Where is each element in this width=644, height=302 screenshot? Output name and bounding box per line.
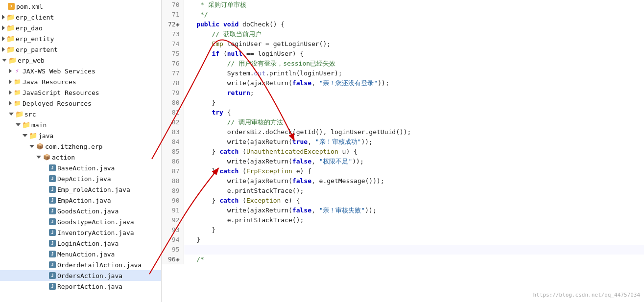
line-number: 96◈ [162,255,184,264]
line-number: 75 [162,49,184,59]
line-number: 84 [162,137,184,147]
tree-item-erp_dao[interactable]: 📁erp_dao [0,23,161,33]
line-number: 88 [162,176,184,186]
tree-label: erp_web [18,57,45,64]
chevron-right-icon [9,90,12,95]
java-icon: J [49,272,56,279]
java-icon: J [49,186,56,193]
tree-label: erp_dao [16,24,43,32]
folder-icon: 📁 [29,132,37,139]
line-number: 85 [162,147,184,157]
line-content [184,245,644,255]
tree-item-js_res[interactable]: 📁JavaScript Resources [0,87,161,98]
tree-label: action [52,154,75,161]
tree-item-jax_ws[interactable]: ⚡JAX-WS Web Services [0,66,161,76]
tree-label: ReportAction.java [57,283,122,290]
tree-item-erp_partent[interactable]: 📁erp_partent [0,44,161,55]
folder-icon: 📁 [6,46,14,53]
tree-item-Emp_roleAction[interactable]: JEmp_roleAction.java [0,184,161,195]
line-content: write(ajaxReturn(false, e.getMessage()))… [184,176,644,186]
table-row: 72◈ public void doCheck() { [162,20,644,29]
line-content: } [184,225,644,235]
xml-icon: X [8,3,15,10]
file-tree[interactable]: Xpom.xml📁erp_client📁erp_dao📁erp_entity📁e… [0,0,162,302]
tree-item-com_itzheng_erp[interactable]: 📦com.itzheng.erp [0,141,161,152]
table-row: 75 if (null == loginUser) { [162,49,644,59]
tree-item-ReportAction[interactable]: JReportAction.java [0,281,161,292]
table-row: 71 */ [162,10,644,20]
tree-item-java[interactable]: 📁java [0,130,161,141]
chevron-down-icon [9,113,14,116]
line-content: write(ajaxReturn(false, "权限不足")); [184,157,644,166]
table-row: 91 write(ajaxReturn(false, "亲！审核失败")); [162,206,644,215]
ws-icon: ⚡ [13,67,21,75]
tree-label: erp_entity [16,35,54,43]
table-row: 79 return; [162,88,644,98]
table-row: 90 } catch (Exception e) { [162,196,644,206]
tree-item-OrdersAction[interactable]: JOrdersAction.java [0,270,161,281]
tree-item-EmpAction[interactable]: JEmpAction.java [0,195,161,206]
tree-label: Emp_roleAction.java [57,186,130,193]
line-number: 89 [162,186,184,196]
tree-item-MenuAction[interactable]: JMenuAction.java [0,249,161,259]
tree-item-GoodstypeAction[interactable]: JGoodstypeAction.java [0,216,161,227]
line-number: 86 [162,157,184,166]
line-number: 79 [162,88,184,98]
line-content: Emp loginUser = getLoginUser(); [184,39,644,49]
tree-label: erp_client [16,14,54,21]
line-number: 78 [162,78,184,88]
tree-label: src [24,111,36,118]
line-content: // 获取当前用户 [184,29,644,39]
tree-item-DepAction[interactable]: JDepAction.java [0,173,161,184]
tree-label: main [31,121,47,129]
java-icon: J [49,218,56,225]
tree-label: Deployed Resources [23,100,92,107]
java-icon: J [49,164,56,171]
chevron-right-icon [9,69,12,73]
tree-item-java_res[interactable]: 📁Java Resources [0,76,161,87]
line-content: e.printStackTrace(); [184,215,644,225]
tree-label: GoodsAction.java [57,208,119,215]
tree-item-erp_web[interactable]: 📁erp_web [0,55,161,66]
table-row: 85 } catch (UnauthenticatedException u) … [162,147,644,157]
tree-item-BaseAction[interactable]: JBaseAction.java [0,163,161,173]
tree-item-erp_client[interactable]: 📁erp_client [0,12,161,23]
line-number: 74 [162,39,184,49]
tree-item-InventoryAction[interactable]: JInventoryAction.java [0,227,161,238]
tree-label: java [38,132,53,139]
line-number: 95 [162,245,184,255]
chevron-down-icon [36,156,41,159]
table-row: 89 e.printStackTrace(); [162,186,644,196]
tree-item-main[interactable]: 📁main [0,119,161,130]
table-row: 74 Emp loginUser = getLoginUser(); [162,39,644,49]
line-content: } [184,98,644,108]
folder-icon: 📁 [6,13,14,21]
line-content: System.out.println(loginUser); [184,69,644,78]
tree-item-src[interactable]: 📁src [0,109,161,119]
line-content: if (null == loginUser) { [184,49,644,59]
folder-icon: 📁 [8,56,16,64]
java-icon: J [49,208,56,214]
table-row: 92 e.printStackTrace(); [162,215,644,225]
tree-item-deployed_res[interactable]: 📁Deployed Resources [0,98,161,109]
table-row: 73 // 获取当前用户 [162,29,644,39]
tree-item-GoodsAction[interactable]: JGoodsAction.java [0,206,161,216]
line-number: 71 [162,10,184,20]
tree-item-erp_entity[interactable]: 📁erp_entity [0,33,161,44]
folder-icon: 📁 [22,121,30,129]
tree-label: EmpAction.java [57,197,111,204]
line-number: 81 [162,108,184,117]
table-row: 93 } [162,225,644,235]
table-row: 76 // 用户没有登录，session已经失效 [162,59,644,69]
java-icon: J [49,240,56,247]
line-number: 80 [162,98,184,108]
line-content: } catch (UnauthenticatedException u) { [184,147,644,157]
line-number: 72◈ [162,20,184,29]
tree-item-OrderdetailAction[interactable]: JOrderdetailAction.java [0,259,161,270]
chevron-right-icon [2,15,5,20]
tree-item-action[interactable]: 📦action [0,152,161,163]
folder-icon: 📁 [6,24,14,32]
tree-item-LoginAction[interactable]: JLoginAction.java [0,238,161,249]
table-row: 96◈ /* [162,255,644,264]
tree-item-pom[interactable]: Xpom.xml [0,1,161,12]
